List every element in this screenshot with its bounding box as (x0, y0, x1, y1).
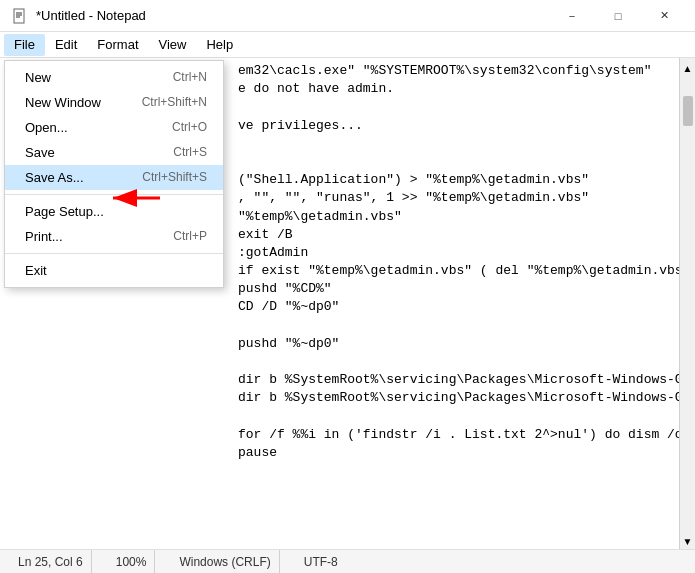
status-zoom: 100% (108, 550, 156, 573)
menu-file[interactable]: File (4, 34, 45, 56)
scroll-thumb[interactable] (683, 96, 693, 126)
status-position: Ln 25, Col 6 (10, 550, 92, 573)
window-title: *Untitled - Notepad (36, 8, 146, 23)
scroll-up-button[interactable]: ▲ (680, 60, 696, 76)
menu-item-save[interactable]: Save Ctrl+S (5, 140, 223, 165)
menu-item-new[interactable]: New Ctrl+N (5, 65, 223, 90)
menu-divider-2 (5, 253, 223, 254)
window-controls: − □ ✕ (549, 0, 687, 32)
menu-item-print[interactable]: Print... Ctrl+P (5, 224, 223, 249)
minimize-button[interactable]: − (549, 0, 595, 32)
menu-item-save-as[interactable]: Save As... Ctrl+Shift+S (5, 165, 223, 190)
menu-edit[interactable]: Edit (45, 34, 87, 56)
maximize-button[interactable]: □ (595, 0, 641, 32)
menu-item-page-setup[interactable]: Page Setup... (5, 199, 223, 224)
status-encoding: UTF-8 (296, 550, 346, 573)
vertical-scrollbar[interactable]: ▲ ▼ (679, 58, 695, 549)
svg-rect-0 (14, 9, 24, 23)
menu-format[interactable]: Format (87, 34, 148, 56)
menu-bar: File New Ctrl+N New Window Ctrl+Shift+N … (0, 32, 695, 58)
menu-help[interactable]: Help (196, 34, 243, 56)
app-icon (12, 8, 28, 24)
menu-view[interactable]: View (149, 34, 197, 56)
scroll-down-button[interactable]: ▼ (680, 533, 696, 549)
menu-divider-1 (5, 194, 223, 195)
menu-item-new-window[interactable]: New Window Ctrl+Shift+N (5, 90, 223, 115)
close-button[interactable]: ✕ (641, 0, 687, 32)
status-line-ending: Windows (CRLF) (171, 550, 279, 573)
title-bar: *Untitled - Notepad − □ ✕ (0, 0, 695, 32)
menu-item-exit[interactable]: Exit (5, 258, 223, 283)
menu-item-open[interactable]: Open... Ctrl+O (5, 115, 223, 140)
editor-content[interactable]: em32\cacls.exe" "%SYSTEMROOT%\system32\c… (230, 58, 679, 549)
file-menu: New Ctrl+N New Window Ctrl+Shift+N Open.… (4, 60, 224, 288)
status-bar: Ln 25, Col 6 100% Windows (CRLF) UTF-8 (0, 549, 695, 573)
